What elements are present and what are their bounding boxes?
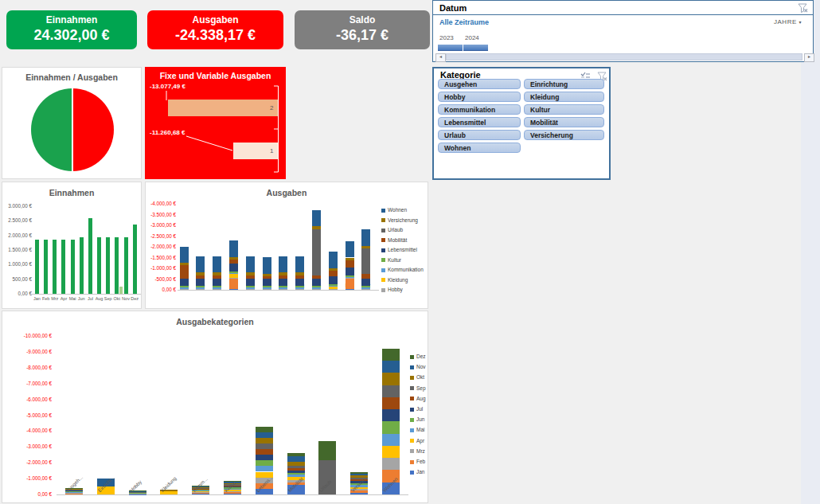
kategorie-segment-sep-10 [382, 385, 400, 397]
legend-item-wohnen: Wohnen [381, 207, 407, 213]
kategorie-button-einrichtung[interactable]: Einrichtung [524, 79, 604, 89]
fixe-bar-2 [168, 100, 278, 116]
kategorie-segment-nov-6 [256, 432, 273, 438]
ausgaben-segment-kultur-aug [295, 286, 304, 287]
clear-filter-icon[interactable] [798, 3, 808, 14]
ausgaben-segment-wohnen-okt [329, 252, 338, 268]
ausgaben-segment-wohnen-mrz [213, 256, 221, 273]
legend-label: Jun [416, 416, 424, 422]
legend-label: Versicherung [388, 217, 418, 223]
kategorie-button-kleidung[interactable]: Kleidung [524, 92, 604, 102]
ausgaben-segment-wohnen-nov [346, 241, 354, 258]
timeline-scrollbar-track[interactable] [446, 53, 802, 61]
ausgaben-segment-versicherung-okt [329, 268, 338, 271]
ausgaben-segment-lebensmittel-apr [229, 264, 238, 272]
legend-item-mrz: Mrz [410, 448, 425, 454]
legend-item-sep: Sep [410, 385, 426, 391]
legend-swatch [410, 449, 414, 453]
legend-swatch [381, 278, 385, 282]
datum-header-divider [433, 14, 813, 15]
legend-swatch [381, 209, 385, 213]
einnahmen-bar-apr [61, 240, 65, 294]
ausgaben-segment-wohnen-jan [180, 247, 189, 264]
ausgaben-segment-lebensmittel-okt [329, 276, 338, 284]
kategorie-button-mobilitt[interactable]: Mobilität [524, 117, 604, 127]
kategorie-button-kultur[interactable]: Kultur [524, 104, 604, 115]
legend-label: Dez [416, 354, 426, 359]
ausgaben-segment-versicherung-mai [246, 272, 255, 275]
legend-item-versicherung: Versicherung [381, 217, 418, 223]
pie-divider-line [72, 88, 73, 171]
ausgaben-segment-wohnen-aug [295, 256, 304, 273]
pie-chart-title: Einnahmen / Ausgaben [2, 72, 141, 82]
ausgaben-segment-versicherung-feb [196, 272, 205, 275]
ausgaben-segment-lebensmittel-sep [312, 279, 321, 287]
legend-label: Urlaub [388, 227, 403, 232]
fixe-leader-lines [145, 67, 286, 179]
ausgaben-segment-lebensmittel-mai [246, 279, 255, 287]
ausgaben-segment-mobilität-aug [295, 275, 304, 279]
ausgaben-segment-kleidung-apr [229, 274, 238, 278]
ausgaben-segment-lebensmittel-nov [346, 268, 354, 275]
legend-swatch [410, 386, 414, 390]
kategorie-segment-feb-0 [65, 494, 83, 494]
ausgaben-segment-hobby-nov [346, 278, 354, 279]
kategorie-button-ausgehen[interactable]: Ausgehen [438, 79, 521, 89]
ausgaben-segment-urlaub-sep [312, 229, 321, 275]
kategorie-segment-jan-4 [192, 494, 209, 494]
ausgaben-segment-kommunikation-jul [279, 287, 287, 288]
kategorie-segment-mai-10 [382, 434, 400, 446]
ausgaben-segment-lebensmittel-feb [196, 279, 205, 287]
einnahmen-extra-bar-okt [119, 287, 123, 294]
ausgaben-segment-wohnen-mai [246, 256, 255, 273]
kategorie-button-list: AusgehenEinrichtungHobbyKleidungKommunik… [438, 79, 607, 153]
timeline-bar-2023[interactable] [438, 45, 463, 51]
timeline-scroll-right-button[interactable]: ▸ [804, 53, 814, 62]
timeline-bar-2024[interactable] [463, 45, 488, 51]
legend-label: Mai [416, 427, 424, 432]
ausgaben-segment-versicherung-mrz [213, 272, 221, 275]
ausgaben-segment-lebensmittel-jan [180, 279, 189, 287]
legend-swatch [410, 376, 414, 380]
kategorie-button-kommunikation[interactable]: Kommunikation [438, 104, 521, 115]
legend-label: Nov [416, 364, 426, 369]
kategorie-segment-dez-7 [287, 453, 305, 456]
ausgaben-segment-hobby-jun [263, 289, 271, 290]
legend-item-kleidung: Kleidung [381, 277, 408, 283]
legend-label: Hobby [388, 287, 403, 292]
y-tick-label: 500,00 € [4, 276, 32, 283]
kategorie-segment-okt-6 [256, 438, 273, 443]
ausgaben-segment-mobilität-jul [279, 275, 287, 279]
y-tick-label: -2.000,00 € [147, 244, 176, 250]
ausgaben-segment-ausgehen-mai [246, 289, 255, 290]
y-tick-label: -4.000,00 € [6, 428, 52, 434]
kategorie-button-hobby[interactable]: Hobby [438, 92, 521, 102]
ausgaben-segment-hobby-aug [295, 289, 304, 290]
time-level-dropdown[interactable]: JAHRE ▾ [774, 18, 802, 25]
legend-swatch [410, 418, 414, 422]
einnahmen-chart-title: Einnahmen [2, 188, 141, 197]
ausgaben-segment-kultur-mai [246, 286, 255, 287]
legend-item-mobilität: Mobilität [381, 237, 407, 243]
ausgaben-segment-mobilität-okt [329, 271, 338, 276]
ausgaben-segment-hobby-mrz [213, 289, 221, 290]
kategorie-button-versicherung[interactable]: Versicherung [524, 130, 604, 140]
kategorie-button-urlaub[interactable]: Urlaub [438, 130, 521, 140]
kategorie-segment-okt-10 [382, 373, 400, 385]
ausgaben-segment-wohnen-dez [361, 229, 370, 246]
einnahmen-bar-jan [35, 240, 39, 294]
legend-swatch [410, 397, 414, 400]
kategorie-button-lebensmittel[interactable]: Lebensmittel [438, 117, 521, 127]
ausgaben-segment-ausgehen-dez [361, 289, 370, 290]
ausgabekategorien-chart-title: Ausgabekategorien [2, 317, 428, 326]
ausgaben-segment-kommunikation-nov [346, 277, 354, 278]
kategorie-button-wohnen[interactable]: Wohnen [438, 143, 521, 153]
y-tick-label: -1.500,00 € [147, 255, 176, 261]
kategorie-segment-mai-7 [287, 475, 305, 477]
timeline-scroll-left-button[interactable]: ◂ [435, 53, 446, 62]
kpi-einnahmen-label: Einnahmen [6, 14, 137, 26]
legend-swatch [410, 439, 414, 443]
ausgaben-segment-ausgehen-feb [196, 289, 205, 290]
ausgaben-segment-hobby-okt [329, 289, 338, 290]
einnahmen-bar-mrz [53, 240, 57, 294]
